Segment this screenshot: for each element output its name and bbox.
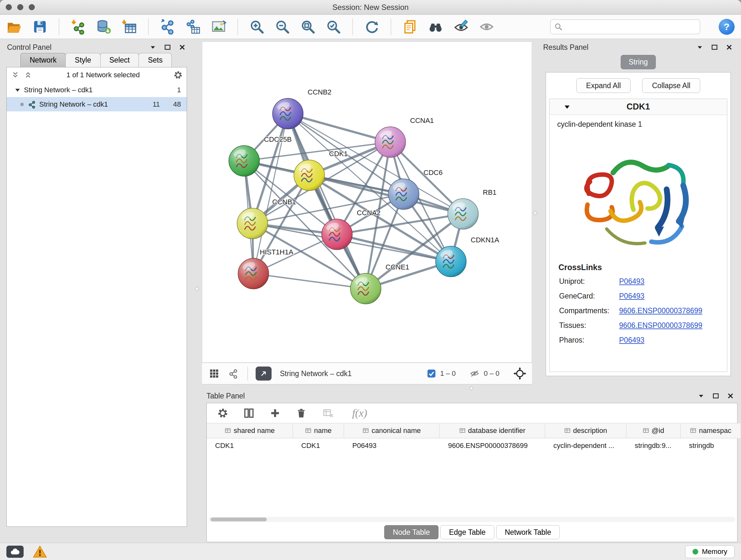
tab-network[interactable]: Network: [20, 53, 66, 67]
crosslink-link[interactable]: P06493: [619, 336, 644, 345]
create-column-button[interactable]: [269, 407, 281, 420]
delete-column-button[interactable]: [295, 407, 308, 420]
close-panel-button[interactable]: [178, 43, 186, 51]
column-header-database-identifier[interactable]: database identifier: [440, 423, 545, 438]
crosslink-link[interactable]: 9606.ENSP00000378699: [619, 307, 702, 315]
cloud-status-button[interactable]: [6, 546, 23, 558]
network-node-cdc25b[interactable]: [229, 145, 259, 176]
save-session-button[interactable]: [32, 19, 48, 35]
network-overview-button[interactable]: [227, 367, 240, 380]
float-panel-button[interactable]: [712, 392, 720, 400]
close-panel-button[interactable]: [726, 392, 735, 400]
crosslink-link[interactable]: 9606.ENSP00000378699: [619, 321, 702, 330]
zoom-in-button[interactable]: [249, 19, 265, 35]
crosslink-link[interactable]: P06493: [619, 292, 644, 300]
function-builder-button[interactable]: f(x): [348, 406, 371, 420]
float-panel-button[interactable]: [711, 43, 719, 51]
close-panel-button[interactable]: [725, 43, 733, 51]
search-input[interactable]: [565, 23, 696, 31]
tab-network-table[interactable]: Network Table: [496, 525, 560, 539]
table-cell[interactable]: CDK1: [293, 438, 344, 453]
warnings-button[interactable]: [32, 545, 47, 558]
float-panel-button[interactable]: [163, 43, 172, 51]
scrollbar-thumb[interactable]: [211, 517, 267, 521]
network-and-table-button[interactable]: [185, 19, 201, 35]
import-table-button[interactable]: [121, 19, 137, 35]
network-node-ccna2[interactable]: [322, 219, 352, 250]
splitter-handle[interactable]: [533, 211, 537, 215]
tab-select[interactable]: Select: [100, 53, 139, 67]
show-annotations-button[interactable]: [479, 19, 495, 35]
copy-documents-button[interactable]: [402, 19, 418, 35]
table-options-button[interactable]: [216, 407, 229, 420]
network-node-ccna1[interactable]: [375, 127, 406, 158]
plus-icon: [270, 408, 280, 419]
crosshair-move-icon[interactable]: [514, 367, 526, 380]
column-header-shared-name[interactable]: shared name: [207, 423, 293, 438]
zoom-fit-button[interactable]: [300, 19, 316, 35]
splitter-handle[interactable]: [469, 386, 473, 390]
export-image-button[interactable]: [211, 19, 226, 35]
network-node-rb1[interactable]: [448, 199, 478, 229]
network-node-cdkn1a[interactable]: [435, 246, 466, 277]
import-network-from-file-button[interactable]: [70, 19, 86, 35]
column-header-description[interactable]: description: [545, 423, 626, 438]
birdseye-view-button[interactable]: [208, 367, 220, 380]
collapse-panel-button[interactable]: [696, 43, 704, 51]
selected-checkbox-icon[interactable]: [427, 369, 436, 378]
network-collection-row[interactable]: String Network – cdk1 1: [7, 83, 187, 97]
table-row[interactable]: CDK1CDK1P064939606.ENSP00000378699cyclin…: [207, 438, 737, 453]
chevron-down-icon: [696, 44, 703, 51]
network-canvas[interactable]: CCNB2CCNA1CDC25BCDK1CDC6RB1CCNB1CCNA2CDK…: [202, 42, 532, 363]
hidden-eye-icon[interactable]: [469, 369, 480, 378]
network-node-ccnb1[interactable]: [237, 208, 268, 239]
table-cell[interactable]: 9606.ENSP00000378699: [440, 438, 545, 453]
collapse-all-networks-button[interactable]: [24, 71, 32, 79]
network-edge[interactable]: [253, 273, 366, 289]
expand-all-button[interactable]: Expand All: [576, 78, 631, 93]
network-node-cdk1[interactable]: [294, 160, 325, 191]
column-header--id[interactable]: @id: [626, 423, 681, 438]
clone-network-button[interactable]: [159, 19, 176, 35]
zoom-selected-button[interactable]: [326, 19, 341, 35]
import-network-from-database-button[interactable]: [96, 19, 112, 35]
splitter-handle[interactable]: [195, 287, 199, 291]
tab-sets[interactable]: Sets: [138, 53, 172, 67]
column-header-namespac[interactable]: namespac: [681, 423, 741, 438]
network-row[interactable]: String Network – cdk1 11 48: [7, 97, 187, 111]
expand-all-networks-button[interactable]: [11, 71, 19, 79]
network-node-ccnb2[interactable]: [273, 98, 303, 129]
horizontal-scrollbar[interactable]: [209, 517, 735, 522]
tab-node-table[interactable]: Node Table: [384, 525, 439, 539]
memory-button[interactable]: Memory: [685, 545, 735, 558]
show-columns-button[interactable]: [243, 407, 255, 420]
tab-edge-table[interactable]: Edge Table: [441, 525, 494, 539]
open-session-button[interactable]: [6, 19, 22, 35]
apply-layout-button[interactable]: [364, 19, 380, 35]
search-network-button[interactable]: [428, 19, 444, 35]
table-cell[interactable]: cyclin-dependent ...: [545, 438, 626, 453]
crosslink-link[interactable]: P06493: [619, 277, 644, 286]
hide-annotations-button[interactable]: [453, 19, 469, 35]
toolbar-search-box[interactable]: [550, 19, 700, 34]
table-cell[interactable]: stringdb: [681, 438, 741, 453]
collapse-all-button[interactable]: Collapse All: [642, 78, 700, 93]
help-button[interactable]: ?: [719, 19, 735, 35]
table-cell[interactable]: stringdb:9...: [626, 438, 681, 453]
export-network-view-button[interactable]: [256, 367, 272, 381]
expander-triangle-icon[interactable]: [14, 87, 21, 93]
tab-string[interactable]: String: [621, 55, 656, 69]
section-expander-triangle-icon[interactable]: [563, 104, 570, 111]
column-header-name[interactable]: name: [293, 423, 344, 438]
column-header-canonical-name[interactable]: canonical name: [344, 423, 440, 438]
network-node-hist1h1a[interactable]: [238, 258, 269, 289]
network-node-cdc6[interactable]: [388, 179, 419, 209]
zoom-out-button[interactable]: [274, 19, 290, 35]
collapse-panel-button[interactable]: [149, 43, 157, 51]
table-cell[interactable]: CDK1: [207, 438, 293, 453]
network-options-button[interactable]: [174, 71, 182, 79]
collapse-panel-button[interactable]: [697, 392, 705, 400]
tab-style[interactable]: Style: [65, 53, 100, 67]
network-node-ccne1[interactable]: [350, 273, 381, 304]
table-cell[interactable]: P06493: [344, 438, 440, 453]
